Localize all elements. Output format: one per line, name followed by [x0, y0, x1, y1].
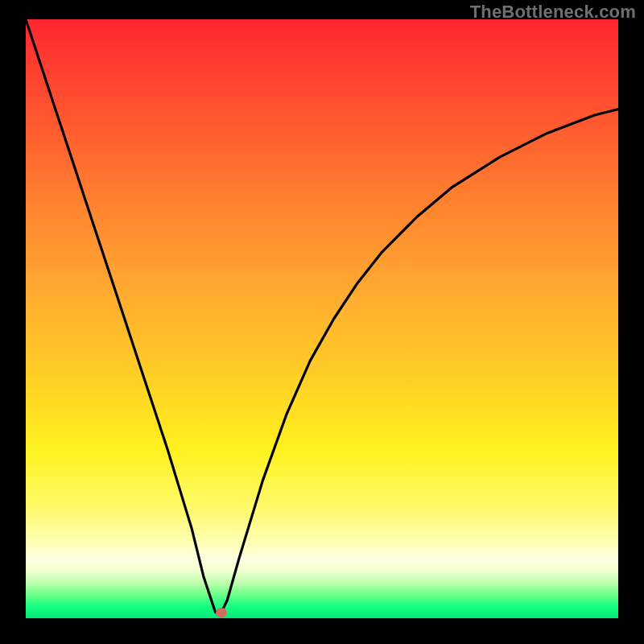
bottleneck-curve — [26, 19, 618, 618]
watermark-label: TheBottleneck.com — [470, 2, 636, 23]
chart-frame: TheBottleneck.com — [0, 0, 644, 644]
curve-path — [26, 19, 618, 613]
plot-area — [26, 19, 618, 618]
minimum-marker — [216, 608, 227, 617]
